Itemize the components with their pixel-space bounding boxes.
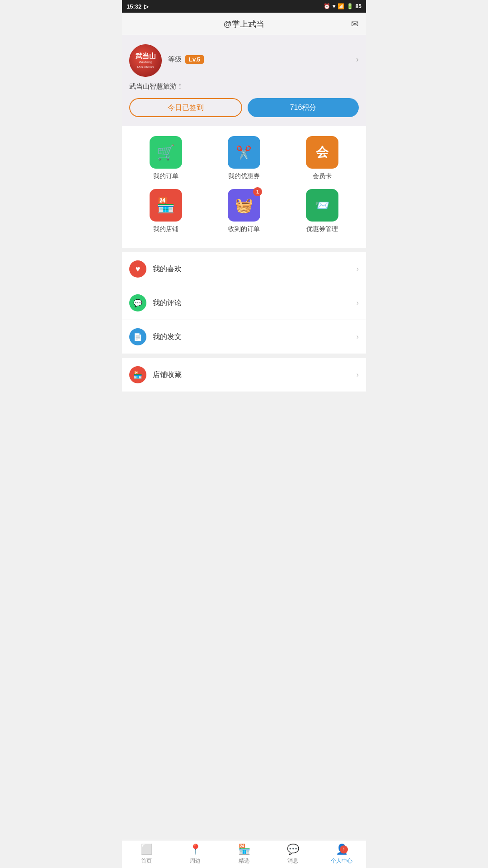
comments-icon: 💬 xyxy=(129,294,146,311)
play-icon: ▷ xyxy=(144,3,149,10)
membership-label: 会员卡 xyxy=(313,172,332,180)
received-orders-badge: 1 xyxy=(253,187,262,196)
battery-icon: 🔋 xyxy=(347,3,353,9)
posts-icon: 📄 xyxy=(129,328,146,345)
favorites-chevron: › xyxy=(357,265,359,273)
coupon-mgmt-label: 优惠券管理 xyxy=(306,225,338,233)
received-orders-item[interactable]: 🧺 1 收到的订单 xyxy=(228,189,260,233)
header-title: @掌上武当 xyxy=(224,19,264,29)
icon-grid: 🛒 我的订单 ✂️ 我的优惠券 会 会员卡 🏪 我的店铺 🧺 1 收到的订单 📨… xyxy=(122,126,366,248)
favorites-label: 我的喜欢 xyxy=(153,264,350,274)
membership-icon: 会 xyxy=(306,136,338,169)
my-comments-item[interactable]: 💬 我的评论 › xyxy=(122,286,366,320)
my-favorites-item[interactable]: ♥ 我的喜欢 › xyxy=(122,252,366,286)
shop-favorites-item[interactable]: 🏪 店铺收藏 › xyxy=(122,358,366,392)
signal-icon: 📶 xyxy=(338,3,344,9)
my-coupons-label: 我的优惠券 xyxy=(228,172,260,180)
my-shop-icon: 🏪 xyxy=(150,189,182,222)
my-shop-label: 我的店铺 xyxy=(153,225,178,233)
level-label: 等级 xyxy=(168,55,182,64)
my-coupons-item[interactable]: ✂️ 我的优惠券 xyxy=(228,136,260,180)
points-button[interactable]: 716积分 xyxy=(248,98,359,117)
favorites-icon: ♥ xyxy=(129,260,146,278)
list-section-1: ♥ 我的喜欢 › 💬 我的评论 › 📄 我的发文 › xyxy=(122,252,366,354)
my-shop-item[interactable]: 🏪 我的店铺 xyxy=(150,189,182,233)
level-badge: Lv.5 xyxy=(185,55,204,64)
posts-label: 我的发文 xyxy=(153,332,350,342)
received-orders-label: 收到的订单 xyxy=(228,225,260,233)
posts-chevron: › xyxy=(357,333,359,341)
comments-label: 我的评论 xyxy=(153,298,350,308)
status-bar: 15:32 ▷ ⏰ ▾ 📶 🔋 85 xyxy=(122,0,366,13)
my-posts-item[interactable]: 📄 我的发文 › xyxy=(122,320,366,354)
wifi-icon: ▾ xyxy=(333,3,335,9)
my-coupons-icon: ✂️ xyxy=(228,136,260,169)
membership-card-item[interactable]: 会 会员卡 xyxy=(306,136,338,180)
status-time: 15:32 xyxy=(127,3,141,10)
battery-level: 85 xyxy=(356,3,361,9)
header: @掌上武当 ✉ xyxy=(122,13,366,35)
profile-chevron[interactable]: › xyxy=(356,55,359,64)
shop-favorites-label: 店铺收藏 xyxy=(153,370,350,380)
icon-row-1: 🛒 我的订单 ✂️ 我的优惠券 会 会员卡 xyxy=(122,134,366,187)
checkin-button[interactable]: 今日已签到 xyxy=(129,98,242,117)
comments-chevron: › xyxy=(357,299,359,307)
coupon-mgmt-icon: 📨 xyxy=(306,189,338,222)
clock-icon: ⏰ xyxy=(324,3,330,9)
my-orders-label: 我的订单 xyxy=(153,172,178,180)
shop-favorites-chevron: › xyxy=(357,371,359,379)
my-orders-item[interactable]: 🛒 我的订单 xyxy=(150,136,182,180)
coupon-mgmt-item[interactable]: 📨 优惠券管理 xyxy=(306,189,338,233)
icon-row-2: 🏪 我的店铺 🧺 1 收到的订单 📨 优惠券管理 xyxy=(122,187,366,240)
list-section-2: 🏪 店铺收藏 › xyxy=(122,358,366,392)
profile-section: 武当山 Wudang Mountains 等级 Lv.5 › 武当山智慧旅游！ … xyxy=(122,35,366,126)
my-orders-icon: 🛒 xyxy=(150,136,182,169)
profile-description: 武当山智慧旅游！ xyxy=(129,82,359,91)
shop-favorites-icon: 🏪 xyxy=(129,366,146,383)
mail-icon[interactable]: ✉ xyxy=(351,19,359,29)
avatar[interactable]: 武当山 Wudang Mountains xyxy=(129,44,162,77)
